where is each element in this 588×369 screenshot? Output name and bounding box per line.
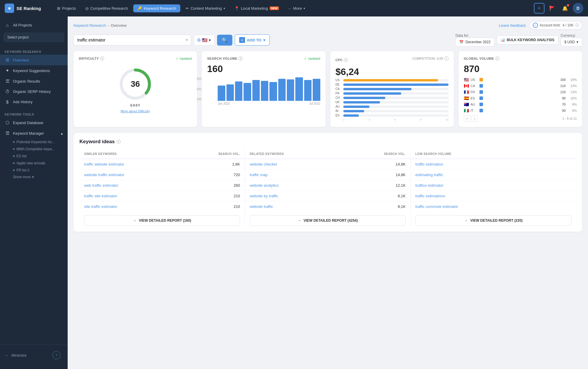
bulk-icon: 📊	[501, 38, 505, 42]
competition-value: 0,05	[437, 57, 443, 60]
keyword-link[interactable]: website traffic estimator	[84, 173, 234, 177]
sv-check-icon: ✓	[304, 57, 307, 61]
view-detailed-report-button[interactable]: → VIEW DETAILED REPORT (160)	[84, 215, 240, 226]
sidebar-item-all-projects[interactable]: ⌂ All Projects	[0, 20, 68, 30]
sidebar-sub-mma-competitor[interactable]: MMA Competitor keyw...	[0, 146, 68, 153]
project-select[interactable]: Select project	[4, 33, 64, 42]
gv-country-code: ES	[471, 96, 478, 100]
keyword-link[interactable]: site traffic estimator	[84, 204, 234, 209]
show-more-button[interactable]: Show more ▾	[0, 174, 68, 180]
sidebar-item-overview[interactable]: ⊞ Overview	[0, 55, 68, 65]
difficulty-updated: ✓ Updated	[176, 57, 192, 61]
nav-item-projects[interactable]: ⊞ Projects	[53, 4, 80, 12]
search-button[interactable]: 🔍	[217, 35, 232, 46]
notifications-button[interactable]: 🔔	[560, 3, 570, 14]
gv-prev-button[interactable]: ‹	[464, 115, 470, 122]
date-selector[interactable]: 📅 December 2022	[455, 38, 494, 46]
keyword-ideas-info-icon[interactable]: i	[116, 140, 121, 144]
keyword-volume: 210	[234, 204, 240, 209]
breadcrumb-parent[interactable]: Keyword Research	[74, 23, 106, 28]
bulk-keyword-analysis-button[interactable]: 📊 BULK KEYWORD ANALYSIS	[497, 36, 558, 44]
user-avatar[interactable]: D	[573, 3, 583, 14]
currency-selector[interactable]: $ USD ▾	[561, 38, 582, 46]
cpc-value: $6,24	[336, 66, 449, 77]
keyword-link[interactable]: website analytics	[250, 183, 396, 188]
sidebar-sub-fr-list-2[interactable]: FR list 2	[0, 167, 68, 174]
keyword-link[interactable]: traffic website estimator	[84, 162, 232, 166]
sidebar-sub-potential-keywords[interactable]: Potential Keywords for...	[0, 138, 68, 146]
cpc-bar-row: ES	[336, 114, 449, 117]
competition-label: COMPETITION:	[412, 57, 436, 60]
add-to-button[interactable]: + ADD TO ▾	[235, 34, 270, 46]
search-input[interactable]	[74, 35, 191, 45]
more-about-difficulty-link[interactable]: More about Difficulty	[121, 109, 150, 113]
ideas-col-header: LOW SEARCH VOLUME	[411, 149, 576, 159]
ideas-table-row: web traffic estimator 260	[79, 180, 245, 191]
difficulty-info-icon[interactable]: i	[100, 56, 104, 61]
cpc-country-label: FR	[336, 92, 342, 95]
arrow-right-icon: →	[298, 218, 301, 223]
keyword-link[interactable]: traffice estimator	[415, 183, 572, 188]
sidebar-item-organic-serp-history[interactable]: ⏱ Organic SERP History	[0, 86, 68, 97]
gv-row: 🇮🇹 IT 50 6%	[464, 108, 577, 113]
cpc-bar-fill	[343, 92, 401, 95]
keyword-link[interactable]: estimating traffic	[415, 173, 572, 177]
leave-feedback-link[interactable]: Leave feedback	[499, 23, 526, 28]
cpc-bar-row: DE	[336, 83, 449, 86]
sidebar-section-keyword-tools: KEYWORD TOOLS	[0, 111, 68, 117]
sidebar-sub-apple-new-arrivals[interactable]: Apple new arrivals	[0, 160, 68, 167]
keyword-link[interactable]: web traffic estimator	[84, 183, 234, 188]
sidebar-item-organic-results[interactable]: ☰ Organic Results	[0, 76, 68, 86]
ideas-table-row: traffic commute estimator	[411, 201, 576, 212]
cpc-bar-row: AU	[336, 105, 449, 108]
nav-item-keyword-research[interactable]: 🔑 Keyword Research	[133, 4, 180, 12]
nav-item-competitive-research[interactable]: ◎ Competitive Research	[81, 4, 132, 12]
country-flag-icon: 🇺🇸	[202, 37, 208, 43]
app-name: SE Ranking	[16, 6, 41, 11]
check-icon: ✓	[176, 57, 179, 61]
view-detailed-report-button[interactable]: → VIEW DETAILED REPORT (4254)	[250, 215, 406, 226]
suggestions-icon: ✦	[5, 68, 10, 73]
keyword-link[interactable]: traffic site estimator	[84, 194, 234, 198]
sv-info-icon[interactable]: i	[239, 56, 243, 61]
cpc-info-icon[interactable]: i	[344, 58, 348, 62]
search-engine-selector[interactable]: G 🇺🇸 ▾	[194, 35, 215, 46]
keyword-link[interactable]: traffic map	[250, 173, 396, 177]
sidebar-sub-es-list[interactable]: ES list	[0, 153, 68, 160]
keyword-link[interactable]: traffic commute estimator	[415, 204, 572, 209]
nav-item-local-marketing[interactable]: 📍 Local Marketing NEW	[230, 4, 283, 12]
gv-info-icon[interactable]: i	[495, 56, 499, 61]
gv-percent: 13%	[567, 84, 577, 88]
sidebar-item-ads-history[interactable]: $ Ads History	[0, 97, 68, 107]
competition-info-icon[interactable]: i	[444, 56, 449, 61]
gv-color-indicator	[479, 109, 483, 112]
sv-bar	[269, 82, 277, 101]
sidebar-item-keyword-suggestions[interactable]: ✦ Keyword Suggestions	[0, 65, 68, 76]
cpc-bar-track	[343, 84, 449, 86]
keyword-link[interactable]: traffic estimation	[415, 162, 572, 166]
keyword-link[interactable]: website by traffic	[250, 194, 398, 198]
nav-item-content-marketing[interactable]: ✏ Content Marketing ▾	[181, 4, 229, 12]
ideas-table-row: site traffic estimator 210	[79, 201, 245, 212]
nav-item-more[interactable]: ··· More ▾	[284, 4, 309, 12]
keyword-link[interactable]: website traffic	[250, 204, 398, 209]
sidebar-item-keyword-manager[interactable]: ☰ Keyword Manager ▴	[0, 128, 68, 138]
date-value: December 2022	[465, 40, 490, 44]
view-detailed-report-button[interactable]: → VIEW DETAILED REPORT (220)	[415, 215, 572, 226]
flag-button[interactable]: 🚩	[547, 3, 557, 14]
gv-number: 70	[562, 103, 566, 106]
gv-number: 50	[562, 109, 566, 112]
add-button[interactable]: +	[534, 3, 544, 14]
sidebar-item-expand-database[interactable]: ⬡ Expand Database	[0, 117, 68, 128]
gv-next-button[interactable]: ›	[472, 115, 478, 122]
data-for-label: Data for:	[455, 34, 469, 38]
keyword-link[interactable]: traffic estimations	[415, 194, 572, 198]
keyword-link[interactable]: website checker	[250, 162, 396, 166]
logo[interactable]: ■ SE Ranking	[5, 4, 46, 13]
help-button[interactable]: ?	[52, 351, 61, 359]
clear-search-icon[interactable]: ×	[186, 37, 188, 43]
gv-color-indicator	[479, 90, 483, 94]
search-magnifier-icon: 🔍	[222, 37, 228, 43]
minimize-button[interactable]: ← Minimize ?	[0, 348, 68, 362]
sv-value: 160	[207, 64, 320, 74]
